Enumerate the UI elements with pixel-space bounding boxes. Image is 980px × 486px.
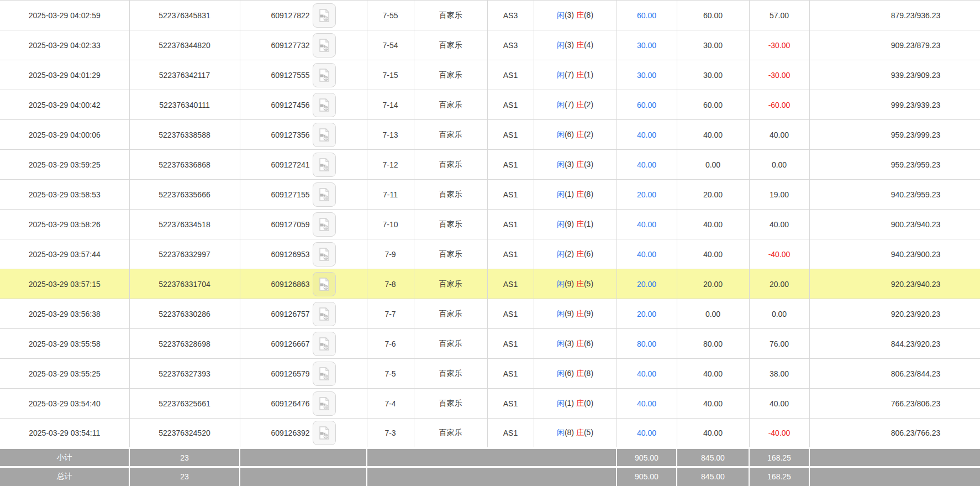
video-replay-button[interactable] [313,242,336,266]
game-number-text: 609127241 [271,160,309,169]
video-replay-button[interactable] [313,63,336,87]
table-row[interactable]: 2025-03-29 04:00:06522376338588609127356… [0,120,980,150]
cell-game-type: 百家乐 [414,30,487,60]
table-row[interactable]: 2025-03-29 03:57:15522376331704609126863… [0,269,980,299]
player-label: 闲 [557,249,565,258]
cell-game-result: 闲(3) 庄(6) [534,329,617,359]
video-replay-button[interactable] [313,421,336,445]
cell-game-number: 609127555 [240,60,367,90]
cell-table-code: AS1 [487,60,534,90]
cell-round: 7-4 [367,389,414,419]
video-replay-button[interactable] [313,362,336,386]
subtotal-row: 小计23905.00845.00168.25 [0,448,980,467]
video-replay-button[interactable] [313,272,336,296]
table-row[interactable]: 2025-03-29 03:55:58522376328698609126667… [0,329,980,359]
game-number-text: 609126863 [271,280,309,289]
cell-balance: 940.23/900.23 [809,239,980,269]
cell-round: 7-54 [367,30,414,60]
cell-bet-time: 2025-03-29 03:56:38 [0,299,129,329]
table-row[interactable]: 2025-03-29 04:02:59522376345831609127822… [0,1,980,30]
cell-bet-id: 522376342117 [129,60,240,90]
cell-game-number: 609126579 [240,359,367,389]
video-replay-button[interactable] [313,33,336,58]
table-row[interactable]: 2025-03-29 03:54:40522376325661609126476… [0,389,980,419]
table-row[interactable]: 2025-03-29 04:01:29522376342117609127555… [0,60,980,90]
table-row[interactable]: 2025-03-29 03:58:53522376335666609127155… [0,180,980,210]
player-label: 闲 [557,369,565,378]
player-label: 闲 [557,279,565,288]
cell-bet-id: 522376328698 [129,329,240,359]
cell-game-type: 百家乐 [414,120,487,150]
cell-balance: 900.23/940.23 [809,210,980,239]
cell-balance: 844.23/920.23 [809,329,980,359]
table-row[interactable]: 2025-03-29 03:59:25522376336868609127241… [0,150,980,180]
table-row[interactable]: 2025-03-29 03:55:25522376327393609126579… [0,359,980,389]
cell-game-type: 百家乐 [414,239,487,269]
cell-balance: 766.23/806.23 [809,389,980,419]
cell-valid-amount: 40.00 [677,359,749,389]
cell-win-loss: 38.00 [749,359,809,389]
summary-empty-cell [240,467,367,486]
cell-valid-amount: 40.00 [677,239,749,269]
video-file-icon [318,248,330,261]
video-file-icon [318,9,330,22]
banker-label: 庄 [576,220,584,228]
table-row[interactable]: 2025-03-29 04:02:33522376344820609127732… [0,30,980,60]
cell-balance: 806.23/844.23 [809,359,980,389]
table-row[interactable]: 2025-03-29 03:54:11522376324520609126392… [0,419,980,448]
video-replay-button[interactable] [313,332,336,356]
game-number-text: 609126667 [271,339,309,348]
cell-win-loss: -30.00 [749,60,809,90]
video-replay-button[interactable] [313,182,336,207]
cell-win-loss: 20.00 [749,269,809,299]
cell-table-code: AS1 [487,359,534,389]
cell-game-type: 百家乐 [414,150,487,180]
summary-empty-cell [809,448,980,467]
cell-game-type: 百家乐 [414,210,487,239]
cell-bet-amount: 40.00 [617,419,677,448]
cell-game-number: 609127155 [240,180,367,210]
cell-round: 7-8 [367,269,414,299]
cell-table-code: AS1 [487,329,534,359]
cell-valid-amount: 40.00 [677,389,749,419]
cell-game-type: 百家乐 [414,419,487,448]
summary-label: 小计 [0,448,129,467]
video-file-icon [318,367,330,380]
video-replay-button[interactable] [313,391,336,416]
cell-game-result: 闲(6) 庄(8) [534,359,617,389]
video-file-icon [318,307,330,321]
cell-bet-amount: 40.00 [617,150,677,180]
video-replay-button[interactable] [313,153,336,177]
cell-win-loss: -40.00 [749,239,809,269]
cell-bet-amount: 80.00 [617,329,677,359]
cell-table-code: AS1 [487,419,534,448]
video-replay-button[interactable] [313,93,336,117]
cell-balance: 999.23/939.23 [809,90,980,120]
cell-game-result: 闲(9) 庄(5) [534,269,617,299]
table-row[interactable]: 2025-03-29 04:00:42522376340111609127456… [0,90,980,120]
game-number-text: 609126392 [271,428,309,437]
video-replay-button[interactable] [313,3,336,28]
video-replay-button[interactable] [313,212,336,237]
player-label: 闲 [557,428,565,437]
player-label: 闲 [557,220,565,228]
player-label: 闲 [557,130,565,139]
grand-total-row: 总计23905.00845.00168.25 [0,467,980,486]
cell-bet-amount: 60.00 [617,1,677,30]
table-row[interactable]: 2025-03-29 03:56:38522376330286609126757… [0,299,980,329]
table-row[interactable]: 2025-03-29 03:57:44522376332997609126953… [0,239,980,269]
video-replay-button[interactable] [313,123,336,147]
video-replay-button[interactable] [313,302,336,326]
summary-winloss-total: 168.25 [749,448,809,467]
cell-win-loss: -40.00 [749,419,809,448]
cell-game-result: 闲(3) 庄(3) [534,150,617,180]
cell-valid-amount: 60.00 [677,1,749,30]
game-number-text: 609127732 [271,41,309,50]
video-file-icon [318,337,330,351]
table-row[interactable]: 2025-03-29 03:58:26522376334518609127059… [0,210,980,239]
cell-bet-time: 2025-03-29 03:55:58 [0,329,129,359]
cell-bet-id: 522376327393 [129,359,240,389]
cell-win-loss: -60.00 [749,90,809,120]
player-label: 闲 [557,309,565,318]
cell-valid-amount: 20.00 [677,180,749,210]
